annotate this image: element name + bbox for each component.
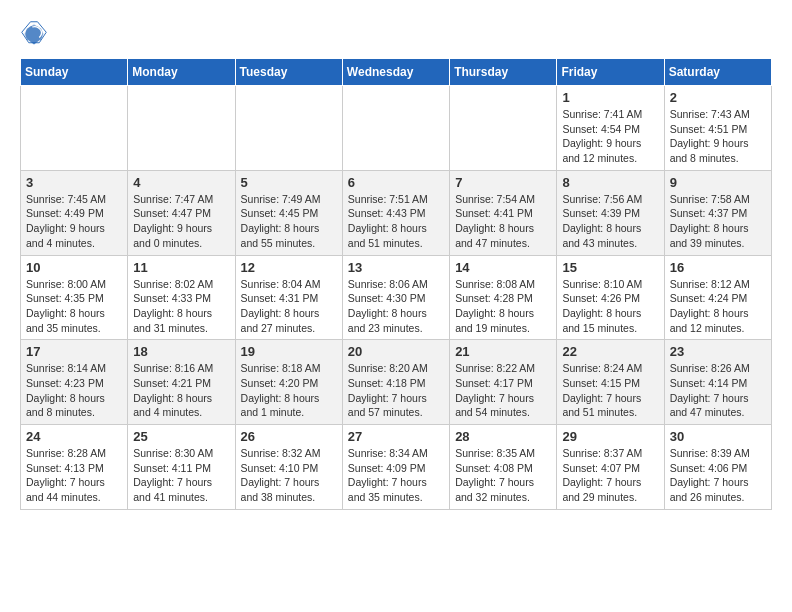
calendar-cell: 18Sunrise: 8:16 AM Sunset: 4:21 PM Dayli… — [128, 340, 235, 425]
day-info: Sunrise: 8:30 AM Sunset: 4:11 PM Dayligh… — [133, 446, 229, 505]
calendar-week-row: 1Sunrise: 7:41 AM Sunset: 4:54 PM Daylig… — [21, 86, 772, 171]
calendar-cell: 21Sunrise: 8:22 AM Sunset: 4:17 PM Dayli… — [450, 340, 557, 425]
calendar-cell: 12Sunrise: 8:04 AM Sunset: 4:31 PM Dayli… — [235, 255, 342, 340]
calendar-cell: 9Sunrise: 7:58 AM Sunset: 4:37 PM Daylig… — [664, 170, 771, 255]
day-info: Sunrise: 8:32 AM Sunset: 4:10 PM Dayligh… — [241, 446, 337, 505]
day-number: 25 — [133, 429, 229, 444]
day-number: 7 — [455, 175, 551, 190]
day-number: 10 — [26, 260, 122, 275]
day-number: 3 — [26, 175, 122, 190]
calendar-cell: 15Sunrise: 8:10 AM Sunset: 4:26 PM Dayli… — [557, 255, 664, 340]
calendar-cell — [21, 86, 128, 171]
day-info: Sunrise: 8:39 AM Sunset: 4:06 PM Dayligh… — [670, 446, 766, 505]
day-info: Sunrise: 8:35 AM Sunset: 4:08 PM Dayligh… — [455, 446, 551, 505]
calendar-cell: 3Sunrise: 7:45 AM Sunset: 4:49 PM Daylig… — [21, 170, 128, 255]
day-info: Sunrise: 7:47 AM Sunset: 4:47 PM Dayligh… — [133, 192, 229, 251]
calendar-cell — [450, 86, 557, 171]
day-info: Sunrise: 7:45 AM Sunset: 4:49 PM Dayligh… — [26, 192, 122, 251]
day-info: Sunrise: 7:43 AM Sunset: 4:51 PM Dayligh… — [670, 107, 766, 166]
calendar-cell: 17Sunrise: 8:14 AM Sunset: 4:23 PM Dayli… — [21, 340, 128, 425]
calendar-cell: 27Sunrise: 8:34 AM Sunset: 4:09 PM Dayli… — [342, 425, 449, 510]
day-number: 16 — [670, 260, 766, 275]
calendar-cell: 2Sunrise: 7:43 AM Sunset: 4:51 PM Daylig… — [664, 86, 771, 171]
calendar-cell — [235, 86, 342, 171]
day-info: Sunrise: 8:08 AM Sunset: 4:28 PM Dayligh… — [455, 277, 551, 336]
day-number: 24 — [26, 429, 122, 444]
day-number: 19 — [241, 344, 337, 359]
calendar-cell: 5Sunrise: 7:49 AM Sunset: 4:45 PM Daylig… — [235, 170, 342, 255]
calendar-cell: 4Sunrise: 7:47 AM Sunset: 4:47 PM Daylig… — [128, 170, 235, 255]
day-number: 28 — [455, 429, 551, 444]
calendar-cell: 14Sunrise: 8:08 AM Sunset: 4:28 PM Dayli… — [450, 255, 557, 340]
day-info: Sunrise: 8:20 AM Sunset: 4:18 PM Dayligh… — [348, 361, 444, 420]
day-number: 9 — [670, 175, 766, 190]
calendar-cell: 22Sunrise: 8:24 AM Sunset: 4:15 PM Dayli… — [557, 340, 664, 425]
day-number: 15 — [562, 260, 658, 275]
page-header — [20, 20, 772, 48]
day-number: 22 — [562, 344, 658, 359]
calendar-cell: 28Sunrise: 8:35 AM Sunset: 4:08 PM Dayli… — [450, 425, 557, 510]
day-info: Sunrise: 8:26 AM Sunset: 4:14 PM Dayligh… — [670, 361, 766, 420]
day-number: 23 — [670, 344, 766, 359]
day-number: 2 — [670, 90, 766, 105]
day-info: Sunrise: 8:22 AM Sunset: 4:17 PM Dayligh… — [455, 361, 551, 420]
day-number: 4 — [133, 175, 229, 190]
calendar-week-row: 24Sunrise: 8:28 AM Sunset: 4:13 PM Dayli… — [21, 425, 772, 510]
weekday-header: Sunday — [21, 59, 128, 86]
calendar-cell: 23Sunrise: 8:26 AM Sunset: 4:14 PM Dayli… — [664, 340, 771, 425]
day-info: Sunrise: 7:49 AM Sunset: 4:45 PM Dayligh… — [241, 192, 337, 251]
day-number: 12 — [241, 260, 337, 275]
day-number: 29 — [562, 429, 658, 444]
day-info: Sunrise: 8:00 AM Sunset: 4:35 PM Dayligh… — [26, 277, 122, 336]
day-number: 21 — [455, 344, 551, 359]
logo-icon — [20, 20, 48, 48]
weekday-header: Saturday — [664, 59, 771, 86]
calendar-cell: 16Sunrise: 8:12 AM Sunset: 4:24 PM Dayli… — [664, 255, 771, 340]
day-info: Sunrise: 8:28 AM Sunset: 4:13 PM Dayligh… — [26, 446, 122, 505]
day-number: 11 — [133, 260, 229, 275]
day-info: Sunrise: 8:37 AM Sunset: 4:07 PM Dayligh… — [562, 446, 658, 505]
calendar-week-row: 3Sunrise: 7:45 AM Sunset: 4:49 PM Daylig… — [21, 170, 772, 255]
calendar-table: SundayMondayTuesdayWednesdayThursdayFrid… — [20, 58, 772, 510]
day-number: 6 — [348, 175, 444, 190]
calendar-cell: 6Sunrise: 7:51 AM Sunset: 4:43 PM Daylig… — [342, 170, 449, 255]
day-number: 5 — [241, 175, 337, 190]
weekday-header: Wednesday — [342, 59, 449, 86]
calendar-cell: 10Sunrise: 8:00 AM Sunset: 4:35 PM Dayli… — [21, 255, 128, 340]
calendar-week-row: 17Sunrise: 8:14 AM Sunset: 4:23 PM Dayli… — [21, 340, 772, 425]
calendar-cell: 8Sunrise: 7:56 AM Sunset: 4:39 PM Daylig… — [557, 170, 664, 255]
calendar-cell: 29Sunrise: 8:37 AM Sunset: 4:07 PM Dayli… — [557, 425, 664, 510]
day-number: 1 — [562, 90, 658, 105]
weekday-header: Monday — [128, 59, 235, 86]
day-info: Sunrise: 8:14 AM Sunset: 4:23 PM Dayligh… — [26, 361, 122, 420]
day-info: Sunrise: 8:10 AM Sunset: 4:26 PM Dayligh… — [562, 277, 658, 336]
day-number: 18 — [133, 344, 229, 359]
day-info: Sunrise: 8:24 AM Sunset: 4:15 PM Dayligh… — [562, 361, 658, 420]
day-info: Sunrise: 8:04 AM Sunset: 4:31 PM Dayligh… — [241, 277, 337, 336]
calendar-cell: 13Sunrise: 8:06 AM Sunset: 4:30 PM Dayli… — [342, 255, 449, 340]
calendar-week-row: 10Sunrise: 8:00 AM Sunset: 4:35 PM Dayli… — [21, 255, 772, 340]
day-number: 14 — [455, 260, 551, 275]
weekday-header: Friday — [557, 59, 664, 86]
day-info: Sunrise: 7:54 AM Sunset: 4:41 PM Dayligh… — [455, 192, 551, 251]
day-number: 30 — [670, 429, 766, 444]
day-info: Sunrise: 8:02 AM Sunset: 4:33 PM Dayligh… — [133, 277, 229, 336]
calendar-cell — [342, 86, 449, 171]
day-number: 27 — [348, 429, 444, 444]
day-number: 13 — [348, 260, 444, 275]
day-info: Sunrise: 8:34 AM Sunset: 4:09 PM Dayligh… — [348, 446, 444, 505]
calendar-cell: 1Sunrise: 7:41 AM Sunset: 4:54 PM Daylig… — [557, 86, 664, 171]
day-info: Sunrise: 7:58 AM Sunset: 4:37 PM Dayligh… — [670, 192, 766, 251]
calendar-cell: 26Sunrise: 8:32 AM Sunset: 4:10 PM Dayli… — [235, 425, 342, 510]
day-number: 20 — [348, 344, 444, 359]
day-number: 8 — [562, 175, 658, 190]
weekday-header: Tuesday — [235, 59, 342, 86]
day-info: Sunrise: 7:56 AM Sunset: 4:39 PM Dayligh… — [562, 192, 658, 251]
day-info: Sunrise: 8:16 AM Sunset: 4:21 PM Dayligh… — [133, 361, 229, 420]
day-number: 17 — [26, 344, 122, 359]
day-info: Sunrise: 8:06 AM Sunset: 4:30 PM Dayligh… — [348, 277, 444, 336]
day-number: 26 — [241, 429, 337, 444]
calendar-cell: 20Sunrise: 8:20 AM Sunset: 4:18 PM Dayli… — [342, 340, 449, 425]
calendar-cell: 30Sunrise: 8:39 AM Sunset: 4:06 PM Dayli… — [664, 425, 771, 510]
day-info: Sunrise: 7:51 AM Sunset: 4:43 PM Dayligh… — [348, 192, 444, 251]
